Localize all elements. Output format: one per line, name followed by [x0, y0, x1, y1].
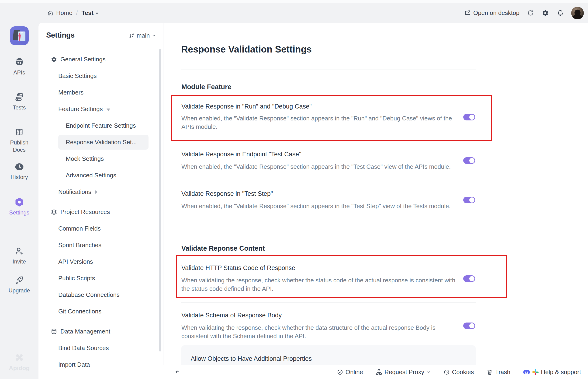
nav-item-bind-data-sources[interactable]: Bind Data Sources — [38, 340, 157, 356]
request-proxy-label: Request Proxy — [384, 368, 424, 376]
bell-icon[interactable] — [556, 9, 564, 17]
chevron-down-icon — [152, 34, 156, 38]
git-branch-icon — [129, 33, 134, 38]
toggle-run-debug[interactable] — [463, 114, 475, 120]
nav-item-data-management[interactable]: Data Management — [38, 323, 157, 340]
chevron-down-icon — [427, 370, 431, 374]
clock-icon — [15, 162, 24, 171]
nav-item-label: Response Validation Set... — [66, 139, 137, 146]
cookie-icon — [443, 369, 450, 375]
nav-item-feature-settings[interactable]: Feature Settings — [38, 101, 157, 117]
setting-title-endpoint-test-case: Validate Response in Endpoint "Test Case… — [181, 151, 301, 158]
sidebar-item-publish-docs[interactable]: Publish Docs — [0, 127, 38, 153]
main-content: Response Validation Settings Module Feat… — [163, 23, 588, 379]
online-status[interactable]: Online — [337, 368, 363, 376]
nav-item-advanced-settings[interactable]: Advanced Settings — [38, 167, 157, 184]
nav-item-label: Feature Settings — [58, 106, 103, 113]
open-on-desktop-label: Open on desktop — [473, 9, 519, 16]
toggle-endpoint-test-case[interactable] — [463, 157, 475, 164]
gear-icon — [51, 56, 57, 63]
nav-item-label: Database Connections — [58, 291, 120, 299]
sidebar-item-label: APIs — [12, 69, 27, 76]
caret-down-icon — [106, 109, 110, 111]
toggle-http-status-code[interactable] — [463, 275, 475, 282]
nav-item-endpoint-feature-settings[interactable]: Endpoint Feature Settings — [38, 117, 157, 134]
avatar[interactable] — [571, 7, 584, 19]
sync-icon[interactable] — [527, 9, 534, 17]
setting-description-schema-response-body: When validating the response, check whet… — [181, 323, 456, 340]
nav-item-basic-settings[interactable]: Basic Settings — [38, 68, 157, 84]
help-support-label: Help & support — [541, 368, 581, 376]
sidebar-item-history[interactable]: History — [0, 162, 38, 181]
sidebar-item-upgrade[interactable]: Upgrade — [0, 275, 38, 294]
database-icon — [51, 328, 57, 335]
cookies-label: Cookies — [452, 368, 474, 376]
sidebar-item-apis[interactable]: APIs — [0, 57, 38, 76]
nav-item-label: Common Fields — [58, 225, 101, 232]
nav-item-sprint-branches[interactable]: Sprint Branches — [38, 237, 157, 253]
help-support-button[interactable]: Help & support — [523, 368, 581, 376]
breadcrumb-separator: / — [75, 9, 79, 16]
nav-item-label: Sprint Branches — [58, 241, 102, 249]
settings-nav-list: General Settings Basic Settings Members … — [38, 51, 157, 373]
nav-item-import-data[interactable]: Import Data — [38, 356, 157, 373]
sidebar-item-label: Upgrade — [7, 287, 31, 294]
nav-item-git-connections[interactable]: Git Connections — [38, 303, 157, 320]
section-heading-module-feature: Module Feature — [181, 83, 231, 91]
setting-title-schema-response-body: Validate Schema of Response Body — [181, 312, 282, 319]
setting-title-allow-additional-properties: Allow Objects to Have Additional Propert… — [191, 355, 312, 363]
nav-scrollbar[interactable] — [159, 49, 161, 351]
nav-item-api-versions[interactable]: API Versions — [38, 253, 157, 270]
panel-title: Settings — [46, 31, 75, 39]
sidebar-item-tests[interactable]: Tests — [0, 93, 38, 111]
trash-button[interactable]: Trash — [486, 368, 511, 376]
nav-item-label: Notifications — [58, 188, 91, 196]
nav-item-notifications[interactable]: Notifications — [38, 184, 157, 200]
toggle-test-step[interactable] — [463, 197, 475, 203]
left-rail: APIs Tests Publish Docs History Settings… — [0, 23, 38, 379]
nav-item-common-fields[interactable]: Common Fields — [38, 220, 157, 237]
setting-title-http-status-code: Validate HTTP Status Code of Response — [181, 264, 295, 272]
breadcrumb-project[interactable]: Test — [82, 9, 99, 16]
user-plus-icon — [15, 246, 24, 256]
breadcrumb-home[interactable]: Home — [56, 9, 72, 16]
nav-item-label: Endpoint Feature Settings — [66, 122, 136, 129]
nav-item-label: Members — [58, 89, 84, 96]
sidebar-item-label: Invite — [11, 258, 27, 265]
nav-item-members[interactable]: Members — [38, 84, 157, 101]
nav-item-label: Basic Settings — [58, 72, 97, 79]
request-proxy-menu[interactable]: Request Proxy — [376, 368, 431, 376]
divider — [181, 70, 476, 70]
window-top-strip — [0, 0, 588, 3]
caret-right-icon — [95, 190, 97, 194]
home-icon[interactable] — [47, 10, 53, 16]
settings-nav-panel: Settings main General Settings Basic Set… — [38, 23, 163, 379]
nav-item-label: General Settings — [60, 56, 106, 63]
nav-item-public-scripts[interactable]: Public Scripts — [38, 270, 157, 286]
desktop-arrow-icon — [464, 10, 471, 16]
open-on-desktop-button[interactable]: Open on desktop — [464, 9, 519, 16]
nav-item-label: Data Management — [60, 328, 110, 335]
project-logo[interactable] — [10, 26, 29, 45]
nav-item-response-validation-settings[interactable]: Response Validation Set... — [58, 135, 148, 150]
gear-icon[interactable] — [541, 9, 549, 17]
top-bar: Home / Test Open on desktop — [0, 3, 588, 23]
nav-item-label: Import Data — [58, 361, 90, 368]
sidebar-item-settings[interactable]: Settings — [0, 197, 38, 216]
sidebar-item-invite[interactable]: Invite — [0, 246, 38, 265]
setting-title-test-step: Validate Response in "Test Step" — [181, 190, 273, 197]
toggle-schema-response-body[interactable] — [463, 323, 475, 329]
nav-item-general-settings[interactable]: General Settings — [38, 51, 157, 68]
collapse-sidebar-icon[interactable] — [173, 368, 180, 375]
sidebar-item-label: History — [9, 174, 29, 181]
cookies-button[interactable]: Cookies — [443, 368, 474, 376]
nav-item-mock-settings[interactable]: Mock Settings — [38, 151, 157, 167]
layers-icon — [51, 209, 57, 215]
status-footer: Online Request Proxy Cookies Trash Help … — [163, 365, 588, 379]
nav-item-database-connections[interactable]: Database Connections — [38, 286, 157, 303]
settings-nut-icon — [15, 197, 24, 207]
nav-item-project-resources[interactable]: Project Resources — [38, 204, 157, 220]
check-circle-icon — [337, 369, 343, 375]
divider — [181, 180, 476, 180]
branch-selector[interactable]: main — [129, 32, 156, 39]
